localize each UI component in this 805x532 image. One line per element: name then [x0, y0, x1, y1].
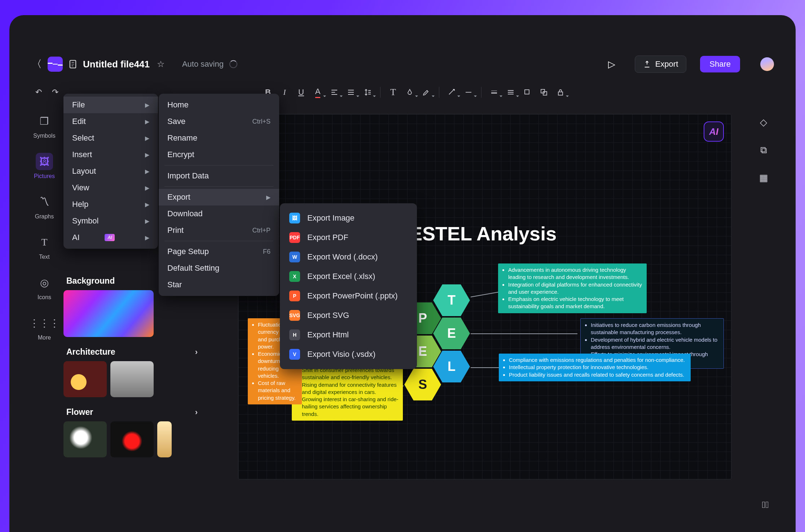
- present-button[interactable]: ▷: [605, 59, 618, 70]
- copy-format-button[interactable]: [520, 85, 535, 100]
- menu-item-label: Rename: [167, 133, 197, 143]
- sidebar-item-icons[interactable]: ◎ Icons: [36, 274, 53, 301]
- menu-item-export-html[interactable]: HExport Html: [280, 325, 417, 345]
- menu-item-edit[interactable]: Edit▶: [63, 113, 158, 130]
- back-button[interactable]: 〈: [31, 58, 43, 70]
- connector[interactable]: [471, 333, 577, 334]
- menu-item-help[interactable]: Help▶: [63, 196, 158, 213]
- menu-item-import-data[interactable]: Import Data: [159, 168, 279, 184]
- align-v-button[interactable]: [343, 85, 358, 100]
- menu-item-label: Star: [167, 280, 182, 289]
- menu-item-default-setting[interactable]: Default Setting: [159, 260, 279, 276]
- user-avatar[interactable]: [760, 57, 774, 71]
- menu-item-page-setup[interactable]: Page SetupF6: [159, 243, 279, 260]
- document-title[interactable]: Untitled file441: [83, 59, 150, 70]
- menu-item-export-excel-xlsx-[interactable]: XExport Excel (.xlsx): [280, 267, 417, 286]
- menu-item-view[interactable]: View▶: [63, 179, 158, 196]
- menu-item-export-visio-vsdx-[interactable]: VExport Visio (.vsdx): [280, 345, 417, 364]
- menu-item-label: Page Setup: [167, 247, 209, 256]
- hex-technological[interactable]: T: [433, 284, 470, 316]
- image-thumbnail[interactable]: [63, 290, 154, 337]
- spinner-icon: [229, 60, 237, 68]
- duplicate-button[interactable]: [536, 85, 551, 100]
- style-panel-button[interactable]: ◇: [760, 117, 767, 128]
- ai-badge[interactable]: AI: [704, 121, 724, 142]
- highlight-button[interactable]: [419, 85, 434, 100]
- insert-panel-button[interactable]: ⧉: [760, 145, 767, 156]
- line-style-button[interactable]: [461, 85, 476, 100]
- document-icon: [68, 59, 78, 69]
- apps-panel-button[interactable]: ▦: [759, 172, 768, 183]
- menu-item-ai[interactable]: AIAI▶: [63, 229, 158, 246]
- menu-item-label: Insert: [72, 150, 92, 159]
- ppt-file-icon: P: [289, 291, 300, 301]
- menu-item-select[interactable]: Select▶: [63, 130, 158, 146]
- hex-social[interactable]: S: [404, 369, 441, 400]
- menu-item-file[interactable]: File▶: [63, 97, 158, 113]
- menu-item-symbol[interactable]: Symbol▶: [63, 213, 158, 229]
- undo-button[interactable]: ↶: [31, 85, 46, 100]
- menu-item-encrypt[interactable]: Encrypt: [159, 146, 279, 163]
- redo-button[interactable]: ↷: [48, 85, 63, 100]
- connector-style-button[interactable]: [444, 85, 459, 100]
- menu-item-export-pdf[interactable]: PDFExport PDF: [280, 228, 417, 247]
- line-weight-button[interactable]: [503, 85, 518, 100]
- share-button[interactable]: Share: [700, 56, 740, 72]
- file-submenu: HomeSaveCtrl+SRenameEncryptImport DataEx…: [159, 94, 279, 296]
- main-menu: File▶Edit▶Select▶Insert▶Layout▶View▶Help…: [63, 94, 158, 249]
- sidebar-item-pictures[interactable]: 🖼 Pictures: [34, 153, 55, 179]
- sidebar-item-text[interactable]: T Text: [36, 234, 53, 260]
- image-thumbnail[interactable]: [63, 421, 107, 457]
- menu-item-export-word-docx-[interactable]: WExport Word (.docx): [280, 247, 417, 267]
- list-item: Cost of raw materials and pricing strate…: [258, 380, 298, 402]
- main-menu-button[interactable]: [48, 57, 63, 72]
- section-title: Architecture: [66, 347, 115, 357]
- note-legal[interactable]: Compliance with emissions regulations an…: [499, 354, 691, 381]
- menu-item-layout[interactable]: Layout▶: [63, 163, 158, 179]
- font-color-button[interactable]: A: [310, 85, 325, 100]
- stroke-width-button[interactable]: [487, 85, 502, 100]
- image-thumbnail[interactable]: [110, 361, 154, 397]
- italic-button[interactable]: I: [277, 85, 292, 100]
- menu-item-export[interactable]: Export▶: [159, 189, 279, 205]
- text-tool-button[interactable]: T: [386, 85, 401, 100]
- export-button[interactable]: Export: [635, 56, 687, 73]
- top-bar: 〈 Untitled file441 ☆ Auto saving ▷ Expor…: [31, 55, 774, 74]
- diagram-title[interactable]: PESTEL Analysis: [396, 222, 557, 245]
- menu-item-label: Export PDF: [307, 233, 348, 242]
- layers-button[interactable]: ☰⃝: [757, 497, 773, 513]
- menu-item-print[interactable]: PrintCtrl+P: [159, 222, 279, 239]
- image-thumbnail[interactable]: [157, 421, 172, 457]
- sidebar-item-graphs[interactable]: 〽 Graphs: [35, 193, 54, 220]
- menu-item-export-svg[interactable]: SVGExport SVG: [280, 306, 417, 325]
- chevron-right-icon[interactable]: ›: [195, 408, 198, 417]
- lock-button[interactable]: [553, 85, 568, 100]
- note-social[interactable]: Shift in consumer preferences towards su…: [292, 364, 403, 421]
- menu-item-home[interactable]: Home: [159, 97, 279, 113]
- image-thumbnail[interactable]: [63, 361, 107, 397]
- line-spacing-button[interactable]: [360, 85, 375, 100]
- underline-button[interactable]: U: [294, 85, 309, 100]
- menu-item-star[interactable]: Star: [159, 276, 279, 293]
- menu-item-export-image[interactable]: 🖼Export Image: [280, 208, 417, 228]
- list-item: Development of hybrid and electric vehic…: [591, 336, 719, 351]
- menu-item-label: Print: [167, 226, 184, 235]
- chevron-right-icon: ▶: [145, 234, 149, 241]
- fill-color-button[interactable]: [402, 85, 417, 100]
- align-h-button[interactable]: [327, 85, 342, 100]
- section-title: Background: [66, 276, 115, 286]
- menu-item-download[interactable]: Download: [159, 205, 279, 222]
- chevron-right-icon[interactable]: ›: [195, 347, 198, 357]
- sidebar-item-symbols[interactable]: ❐ Symbols: [33, 112, 55, 139]
- menu-item-insert[interactable]: Insert▶: [63, 146, 158, 163]
- menu-item-label: Export Html: [307, 330, 349, 340]
- image-thumbnail[interactable]: [110, 421, 154, 457]
- menu-item-rename[interactable]: Rename: [159, 130, 279, 146]
- menu-item-label: Home: [167, 100, 189, 110]
- menu-item-export-powerpoint-pptx-[interactable]: PExport PowerPoint (.pptx): [280, 286, 417, 306]
- menu-item-save[interactable]: SaveCtrl+S: [159, 113, 279, 130]
- note-technological[interactable]: Advancements in autonomous driving techn…: [498, 263, 647, 313]
- sidebar-item-more[interactable]: ⋮⋮⋮ More: [36, 314, 53, 341]
- autosave-status: Auto saving: [182, 59, 237, 69]
- favorite-button[interactable]: ☆: [157, 59, 165, 69]
